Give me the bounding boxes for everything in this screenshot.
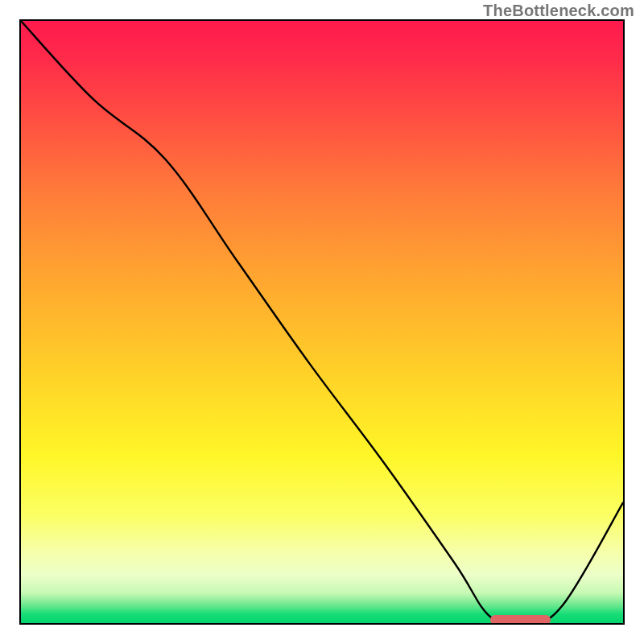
watermark-text: TheBottleneck.com bbox=[483, 2, 634, 20]
optimal-range-marker bbox=[490, 615, 551, 625]
heat-gradient-background bbox=[21, 21, 623, 623]
chart-frame bbox=[19, 19, 625, 625]
